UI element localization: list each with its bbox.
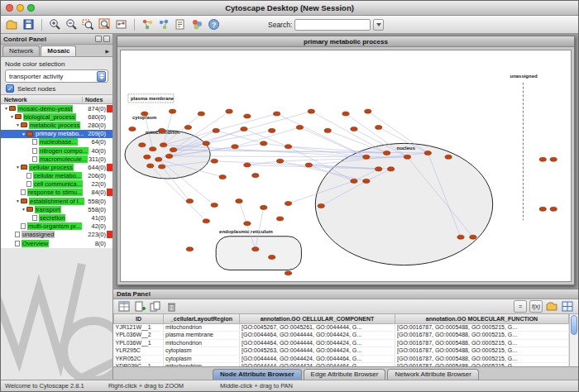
network-node[interactable] xyxy=(261,205,267,209)
network-node[interactable] xyxy=(351,179,357,183)
network-node[interactable] xyxy=(203,219,209,223)
network-node[interactable] xyxy=(365,109,371,113)
table-cell[interactable]: cytoplasm xyxy=(164,355,240,363)
tree-row[interactable]: cell communica...22(0) xyxy=(1,180,112,189)
tab-node-attribute-browser[interactable]: Node Attribute Browser xyxy=(213,369,302,380)
network-node[interactable] xyxy=(158,128,165,132)
network-node[interactable] xyxy=(211,203,218,207)
network-node[interactable] xyxy=(383,151,390,155)
search-options-button[interactable] xyxy=(373,19,384,31)
import-attributes-button[interactable] xyxy=(545,300,558,313)
tab-network[interactable]: Network xyxy=(2,45,40,56)
table-cell[interactable]: [GO:0044464, GO:0044444, GO:0044424, G..… xyxy=(240,332,395,340)
open-session-button[interactable] xyxy=(4,17,20,32)
table-cell[interactable]: cytoplasm xyxy=(164,347,240,356)
table-cell[interactable]: [GO:0044444, GO:0044424, GO:0044464, G..… xyxy=(240,355,395,363)
tree-expander-icon[interactable]: ▼ xyxy=(21,131,26,136)
network-node[interactable] xyxy=(351,127,357,131)
node-color-dropdown[interactable]: transporter activity xyxy=(5,69,108,83)
tab-network-attribute-browser[interactable]: Network Attribute Browser xyxy=(387,369,478,380)
tab-overflow-button[interactable]: ▶ xyxy=(102,48,112,56)
network-node[interactable] xyxy=(550,157,557,161)
tree-expander-icon[interactable]: ▼ xyxy=(3,106,9,111)
create-attribute-button[interactable] xyxy=(133,300,146,313)
minimize-window-button[interactable] xyxy=(17,4,24,12)
close-panel-button[interactable] xyxy=(103,36,110,42)
network-node[interactable] xyxy=(211,159,218,163)
table-column-header[interactable]: annotation.GO CELLULAR_COMPONENT xyxy=(240,314,395,323)
network-node[interactable] xyxy=(165,154,172,158)
network-node[interactable] xyxy=(363,179,370,183)
network-node[interactable] xyxy=(539,157,546,161)
network-node[interactable] xyxy=(457,235,464,239)
network-node[interactable] xyxy=(186,247,193,251)
table-cell[interactable]: [GO:0044464, GO:0044444, GO:0044424, G..… xyxy=(240,339,395,347)
network-node[interactable] xyxy=(285,271,291,275)
network-node[interactable] xyxy=(147,164,154,168)
table-cell[interactable]: YLR295C xyxy=(114,347,164,356)
attribute-matrix-button[interactable] xyxy=(561,300,574,313)
tree-row[interactable]: cellular metabo...206(0) xyxy=(1,172,112,180)
tree-row[interactable]: response to stimu...84(0) xyxy=(1,189,112,197)
network-node[interactable] xyxy=(296,125,303,129)
tree-row[interactable]: Overview8(0) xyxy=(1,239,112,247)
network-node[interactable] xyxy=(158,165,165,169)
float-panel-button[interactable] xyxy=(95,36,102,42)
network-node[interactable] xyxy=(550,207,557,211)
network-view-title[interactable]: primary metabolic process xyxy=(117,36,574,47)
zoom-in-button[interactable] xyxy=(47,17,63,32)
table-cell[interactable]: [GO:0016787, GO:0005488, GO:0005215, G..… xyxy=(395,332,569,340)
table-cell[interactable]: [GO:0016787, GO:0005488, GO:0005215, G..… xyxy=(395,339,569,347)
network-node[interactable] xyxy=(276,217,283,221)
network-node[interactable] xyxy=(261,141,267,146)
zoom-fit-button[interactable] xyxy=(97,17,112,32)
table-row[interactable]: YPL036W__1mitochondrion[GO:0044464, GO:0… xyxy=(114,339,569,347)
tree-expander-icon[interactable]: ▼ xyxy=(15,122,21,127)
tree-row[interactable]: multi-organism pr...42(0) xyxy=(1,222,112,231)
tree-row[interactable]: nucleobase...64(0) xyxy=(1,138,112,146)
network-node[interactable] xyxy=(150,147,156,151)
network-node[interactable] xyxy=(305,163,312,167)
network-node[interactable] xyxy=(376,167,382,171)
network-node[interactable] xyxy=(285,202,291,206)
network-node[interactable] xyxy=(363,155,370,159)
close-window-button[interactable] xyxy=(6,4,13,12)
network-node[interactable] xyxy=(236,199,242,203)
delete-attribute-button[interactable] xyxy=(165,300,178,313)
table-cell[interactable]: YPL036W__2 xyxy=(114,332,164,340)
network-canvas[interactable]: plasma membranecytoplasmmitochondrionnuc… xyxy=(120,50,572,282)
network-node[interactable] xyxy=(232,145,238,149)
network-node[interactable] xyxy=(276,159,283,163)
tree-row[interactable]: ▼metabolic process280(0) xyxy=(1,121,112,129)
table-cell[interactable]: [GO:0016787, GO:0005488, GO:0005215, G..… xyxy=(395,347,569,356)
table-row[interactable]: YPL036W__2plasma membrane[GO:0044464, GO… xyxy=(114,332,569,340)
network-node[interactable] xyxy=(252,174,259,178)
network-node[interactable] xyxy=(244,114,251,118)
select-nodes-checkbox[interactable]: ✓ xyxy=(6,84,14,93)
network-node[interactable] xyxy=(308,109,314,113)
tree-column-network[interactable]: Network xyxy=(1,97,83,103)
tree-row[interactable]: macromolecule...311(0) xyxy=(1,155,112,163)
network-node[interactable] xyxy=(252,247,259,251)
network-node[interactable] xyxy=(198,112,204,116)
table-cell[interactable]: [GO:0045267, GO:0045261, GO:0044444, G..… xyxy=(240,323,395,332)
table-cell[interactable]: plasma membrane xyxy=(164,332,240,340)
network-node[interactable] xyxy=(226,109,232,113)
table-cell[interactable]: YJR121W__1 xyxy=(114,323,164,332)
scrollbar-thumb[interactable] xyxy=(571,315,577,335)
network-node[interactable] xyxy=(404,155,410,159)
table-column-header[interactable]: ID xyxy=(114,314,164,323)
network-node[interactable] xyxy=(141,112,148,116)
table-cell[interactable]: mitochondrion xyxy=(164,339,240,347)
network-node[interactable] xyxy=(273,112,280,116)
tree-row[interactable]: ▼primary metabo...209(0) xyxy=(1,130,112,138)
table-cell[interactable]: mitochondrion xyxy=(164,323,240,332)
annotations-button[interactable] xyxy=(173,17,189,32)
tab-mosaic[interactable]: Mosaic xyxy=(41,45,76,56)
search-input[interactable] xyxy=(294,19,371,31)
network-node[interactable] xyxy=(387,167,394,171)
first-neighbors-button[interactable] xyxy=(140,17,156,32)
table-row[interactable]: YKR052Ccytoplasm[GO:0044444, GO:0044424,… xyxy=(114,355,569,363)
new-network-from-selection-button[interactable] xyxy=(156,17,172,32)
table-cell[interactable]: YPL036W__1 xyxy=(114,339,164,347)
